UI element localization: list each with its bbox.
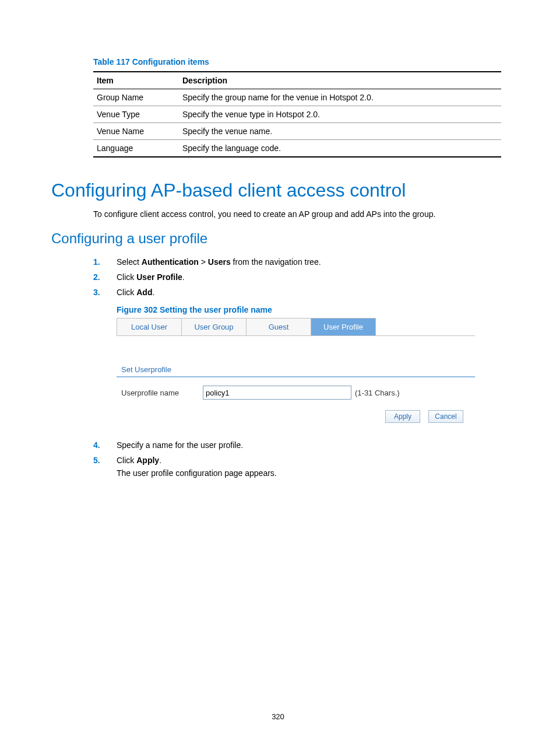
step-text: . — [152, 288, 154, 297]
tab-local-user[interactable]: Local User — [117, 318, 182, 335]
userprofile-name-label: Userprofile name — [121, 388, 203, 397]
heading-sub: Configuring a user profile — [51, 230, 505, 247]
step-bold: Authentication — [142, 257, 199, 267]
tab-guest[interactable]: Guest — [246, 318, 311, 335]
th-item: Item — [93, 72, 179, 89]
cell-item: Venue Name — [93, 123, 179, 140]
cell-desc: Specify the venue type in Hotspot 2.0. — [179, 106, 501, 123]
step-text: Click — [117, 288, 136, 297]
userprofile-name-input[interactable] — [203, 386, 351, 400]
step-1: Select Authentication > Users from the n… — [93, 257, 505, 267]
step-bold: Users — [208, 257, 231, 267]
config-table: Item Description Group Name Specify the … — [93, 71, 501, 158]
cell-item: Group Name — [93, 89, 179, 106]
section-underline — [117, 376, 475, 377]
table-row: Language Specify the language code. — [93, 140, 501, 158]
step-bold: Add — [136, 288, 152, 297]
table-row: Venue Type Specify the venue type in Hot… — [93, 106, 501, 123]
cell-item: Venue Type — [93, 106, 179, 123]
form-row: Userprofile name (1-31 Chars.) — [121, 386, 475, 400]
tab-user-group[interactable]: User Group — [181, 318, 247, 335]
step-2: Click User Profile. — [93, 272, 505, 282]
cell-desc: Specify the language code. — [179, 140, 501, 158]
table-row: Group Name Specify the group name for th… — [93, 89, 501, 106]
field-hint: (1-31 Chars.) — [355, 388, 400, 397]
step-text: . — [159, 456, 161, 465]
tab-user-profile[interactable]: User Profile — [311, 318, 376, 335]
cell-desc: Specify the group name for the venue in … — [179, 89, 501, 106]
steps-list: Select Authentication > Users from the n… — [93, 257, 505, 478]
step-3: Click Add. Figure 302 Setting the user p… — [93, 288, 505, 423]
step-text: Click — [117, 272, 136, 282]
step-text: Click — [117, 456, 136, 465]
step-followup: The user profile configuration page appe… — [117, 468, 505, 478]
step-bold: User Profile — [136, 272, 182, 282]
cancel-button[interactable]: Cancel — [428, 410, 463, 423]
th-description: Description — [179, 72, 501, 89]
figure-caption: Figure 302 Setting the user profile name — [117, 305, 505, 314]
step-4: Specify a name for the user profile. — [93, 440, 505, 450]
step-5: Click Apply. The user profile configurat… — [93, 456, 505, 478]
heading-main: Configuring AP-based client access contr… — [51, 180, 505, 201]
apply-button[interactable]: Apply — [385, 410, 420, 423]
screenshot-panel: Local User User Group Guest User Profile… — [117, 318, 475, 423]
step-text: from the navigation tree. — [231, 257, 321, 267]
table-caption: Table 117 Configuration items — [93, 57, 505, 66]
page-number: 320 — [0, 712, 556, 721]
step-text: > — [199, 257, 208, 267]
set-userprofile-label: Set Userprofile — [121, 365, 475, 374]
step-text: Select — [117, 257, 142, 267]
cell-desc: Specify the venue name. — [179, 123, 501, 140]
button-row: Apply Cancel — [117, 410, 475, 423]
intro-text: To configure client access control, you … — [93, 209, 505, 219]
step-text: . — [182, 272, 185, 282]
table-row: Venue Name Specify the venue name. — [93, 123, 501, 140]
step-bold: Apply — [136, 456, 159, 465]
cell-item: Language — [93, 140, 179, 158]
tab-bar: Local User User Group Guest User Profile — [117, 318, 475, 336]
